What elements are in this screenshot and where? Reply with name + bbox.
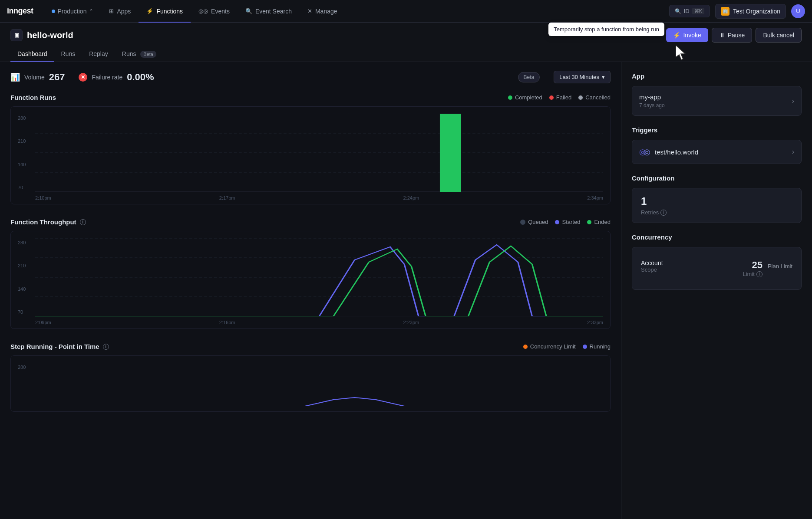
concurrency-limit-value: 25 — [743, 260, 762, 271]
trigger-card-inner: ◎ ◎ test/hello.world — [639, 147, 698, 157]
trigger-card[interactable]: ◎ ◎ test/hello.world › — [632, 140, 802, 164]
app-card-main: my-app 7 days ago — [639, 93, 665, 108]
x-label-217pm: 2:17pm — [219, 195, 235, 200]
bar-chart-svg — [35, 114, 603, 192]
y-label-280: 280 — [18, 115, 35, 121]
step-running-legend: Concurrency Limit Running — [523, 343, 611, 350]
function-throughput-section: Function Throughput i Queued Started End… — [10, 218, 611, 329]
chevron-down-icon: ▾ — [602, 74, 605, 80]
tab-runs-beta-label: Runs — [122, 50, 136, 57]
tab-runs-beta[interactable]: Runs Beta — [115, 46, 163, 62]
bulk-cancel-button[interactable]: Bulk cancel — [756, 28, 802, 43]
limit-info-icon[interactable]: i — [756, 271, 762, 277]
avatar[interactable]: U — [791, 4, 805, 18]
queued-dot — [520, 220, 525, 225]
legend-started: Started — [555, 219, 580, 225]
nav-item-apps[interactable]: ⊞ Apps — [101, 0, 139, 23]
chevron-down-icon: ⌃ — [89, 8, 93, 14]
nav-item-events[interactable]: ◎◎ Events — [191, 0, 238, 23]
events-icon: ◎◎ — [198, 8, 208, 14]
nav-label-apps: Apps — [117, 8, 131, 15]
pause-button[interactable]: ⏸ Pause — [712, 28, 753, 43]
throughput-info-icon[interactable]: i — [80, 219, 86, 225]
function-title-row: ▣ hello-world ⚡ Invoke ⏸ Pause Bulk canc… — [10, 23, 802, 43]
nav-label-functions: Functions — [156, 8, 183, 15]
tab-replay[interactable]: Replay — [82, 46, 115, 62]
tp-y-label-70: 70 — [18, 309, 35, 315]
failure-rate-label: Failure rate — [92, 74, 122, 81]
id-button[interactable]: 🔍 ID ⌘K — [669, 5, 710, 17]
app-card[interactable]: my-app 7 days ago › — [632, 86, 802, 116]
legend-ended: Ended — [587, 219, 611, 225]
nav-label-production: Production — [58, 8, 87, 15]
tp-y-label-280: 280 — [18, 240, 35, 245]
app-section: App my-app 7 days ago › — [632, 72, 802, 116]
nav-item-event-search[interactable]: 🔍 Event Search — [238, 0, 300, 23]
throughput-title-text: Function Throughput — [10, 218, 76, 226]
org-button[interactable]: 🏢 Test Organization — [715, 4, 786, 19]
nav-item-manage[interactable]: ✕ Manage — [300, 0, 345, 23]
failure-icon: ✕ — [79, 73, 87, 82]
concurrency-account: Account — [641, 260, 663, 266]
concurrency-section-title: Concurrency — [632, 233, 802, 241]
tp-y-label-210: 210 — [18, 263, 35, 268]
search-icon-small: 🔍 — [675, 8, 681, 14]
nav-items: Production ⌃ ⊞ Apps ⚡ Functions ◎◎ Event… — [44, 0, 669, 23]
failed-dot — [549, 95, 554, 100]
failed-label: Failed — [556, 94, 571, 101]
legend-completed: Completed — [508, 94, 542, 101]
search-icon: 🔍 — [245, 8, 252, 14]
keyboard-shortcut: ⌘K — [692, 8, 704, 14]
function-throughput-title-row: Function Throughput i Queued Started End… — [10, 218, 611, 226]
tab-dashboard[interactable]: Dashboard — [10, 46, 54, 62]
nav-label-manage: Manage — [315, 8, 337, 15]
concurrency-limit-label: Limit i — [743, 271, 762, 277]
step-running-chart-svg — [35, 363, 603, 406]
id-label: ID — [684, 8, 690, 14]
tp-x-label-209pm: 2:09pm — [35, 320, 51, 325]
tp-x-label-216pm: 2:16pm — [219, 320, 235, 325]
functions-icon: ⚡ — [146, 8, 153, 14]
app-name: my-app — [639, 93, 665, 101]
production-dot — [52, 10, 55, 13]
nav-item-functions[interactable]: ⚡ Functions — [139, 0, 191, 23]
invoke-label: Invoke — [683, 32, 701, 39]
limit-label-text: Limit — [743, 271, 754, 277]
nav-item-production[interactable]: Production ⌃ — [44, 0, 102, 23]
step-running-section: Step Running - Point in Time i Concurren… — [10, 343, 611, 412]
step-running-title-text: Step Running - Point in Time — [10, 343, 99, 350]
function-throughput-title: Function Throughput i — [10, 218, 86, 226]
function-throughput-legend: Queued Started Ended — [520, 219, 611, 225]
step-running-title-row: Step Running - Point in Time i Concurren… — [10, 343, 611, 350]
retries-label: Retries i — [641, 209, 792, 216]
started-label: Started — [562, 219, 580, 225]
y-label-140: 140 — [18, 162, 35, 167]
failure-rate-metric: ✕ Failure rate 0.00% — [79, 72, 154, 83]
x-label-224pm: 2:24pm — [403, 195, 419, 200]
function-runs-legend: Completed Failed Cancelled — [508, 94, 611, 101]
beta-pill: Beta — [518, 72, 540, 82]
tab-runs[interactable]: Runs — [54, 46, 83, 62]
concurrency-limit-dot — [523, 345, 528, 349]
time-selector-label: Last 30 Minutes — [559, 74, 599, 80]
app-time: 7 days ago — [639, 102, 665, 108]
function-runs-section: Function Runs Completed Failed Cancelled — [10, 94, 611, 204]
step-running-info-icon[interactable]: i — [103, 344, 109, 350]
completed-label: Completed — [515, 94, 542, 101]
legend-cancelled: Cancelled — [578, 94, 611, 101]
running-dot — [583, 345, 587, 349]
time-selector[interactable]: Last 30 Minutes ▾ — [554, 71, 611, 83]
ended-label: Ended — [594, 219, 611, 225]
cancelled-label: Cancelled — [585, 94, 611, 101]
right-panel: App my-app 7 days ago › Triggers ◎ ◎ tes… — [621, 62, 812, 519]
concurrency-scope: Scope — [641, 266, 663, 273]
left-panel: 📊 Volume 267 ✕ Failure rate 0.00% Beta L… — [0, 62, 621, 519]
retries-info-icon[interactable]: i — [660, 210, 667, 216]
y-label-70: 70 — [18, 185, 35, 190]
cancelled-dot — [578, 95, 583, 100]
legend-queued: Queued — [520, 219, 548, 225]
main-content: 📊 Volume 267 ✕ Failure rate 0.00% Beta L… — [0, 62, 812, 519]
configuration-section-title: Configuration — [632, 174, 802, 182]
invoke-button[interactable]: ⚡ Invoke — [666, 28, 708, 42]
tp-x-label-223pm: 2:23pm — [403, 320, 419, 325]
